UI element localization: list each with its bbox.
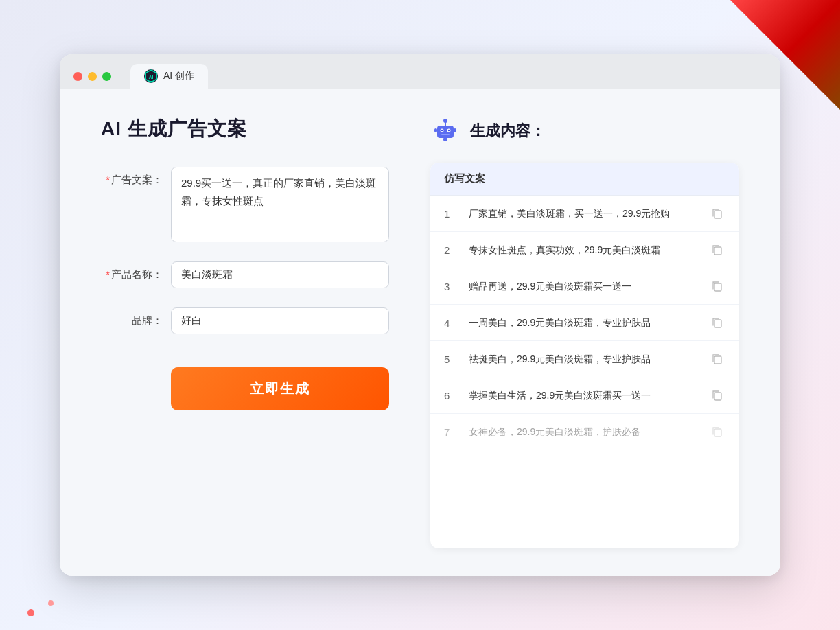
svg-point-9 xyxy=(443,119,447,123)
robot-svg xyxy=(430,116,460,146)
svg-rect-19 xyxy=(714,429,721,436)
table-row: 2 专抹女性斑点，真实功效，29.9元美白淡斑霜 xyxy=(430,232,739,268)
results-table: 仿写文案 1 厂家直销，美白淡斑霜，买一送一，29.9元抢购 2 专抹女性斑点，… xyxy=(430,163,739,548)
copy-icon[interactable] xyxy=(709,423,725,440)
row-text: 女神必备，29.9元美白淡斑霜，护肤必备 xyxy=(469,425,698,439)
svg-rect-2 xyxy=(437,126,454,138)
row-text: 一周美白，29.9元美白淡斑霜，专业护肤品 xyxy=(469,316,698,330)
right-title: 生成内容： xyxy=(470,121,546,141)
row-number: 6 xyxy=(444,390,458,401)
svg-rect-15 xyxy=(714,283,721,291)
page-title: AI 生成广告文案 xyxy=(101,116,389,142)
tab-ai-creation[interactable]: AI AI 创作 xyxy=(130,64,208,89)
copy-icon[interactable] xyxy=(709,242,725,258)
copy-icon[interactable] xyxy=(709,387,725,404)
row-number: 1 xyxy=(444,208,458,220)
right-header: 生成内容： xyxy=(430,116,739,146)
tab-bar: AI AI 创作 xyxy=(130,64,208,89)
table-row: 6 掌握美白生活，29.9元美白淡斑霜买一送一 xyxy=(430,377,739,414)
generate-button[interactable]: 立即生成 xyxy=(171,367,389,410)
svg-rect-10 xyxy=(434,128,437,132)
row-number: 5 xyxy=(444,353,458,365)
required-star-2: * xyxy=(106,268,110,280)
left-panel: AI 生成广告文案 *广告文案： 29.9买一送一，真正的厂家直销，美白淡斑霜，… xyxy=(101,116,389,548)
content-area: AI 生成广告文案 *广告文案： 29.9买一送一，真正的厂家直销，美白淡斑霜，… xyxy=(60,89,780,576)
copy-icon[interactable] xyxy=(709,278,725,294)
tab-icon: AI xyxy=(144,69,158,83)
svg-rect-11 xyxy=(454,128,456,132)
row-number: 2 xyxy=(444,244,458,256)
product-name-input[interactable] xyxy=(171,261,389,288)
copy-icon[interactable] xyxy=(709,205,725,222)
row-number: 4 xyxy=(444,317,458,329)
browser-window: AI AI 创作 AI 生成广告文案 *广告文案： 29.9买一送一，真正的厂家… xyxy=(60,54,780,576)
robot-icon xyxy=(430,116,460,146)
table-row: 4 一周美白，29.9元美白淡斑霜，专业护肤品 xyxy=(430,305,739,341)
dot-decoration-1 xyxy=(27,609,34,616)
ad-copy-input[interactable]: 29.9买一送一，真正的厂家直销，美白淡斑霜，专抹女性斑点 xyxy=(171,167,389,242)
svg-rect-7 xyxy=(441,134,450,135)
required-star-1: * xyxy=(106,174,110,185)
copy-icon[interactable] xyxy=(709,314,725,331)
table-row: 7 女神必备，29.9元美白淡斑霜，护肤必备 xyxy=(430,414,739,450)
table-row: 3 赠品再送，29.9元美白淡斑霜买一送一 xyxy=(430,268,739,305)
row-text: 祛斑美白，29.9元美白淡斑霜，专业护肤品 xyxy=(469,352,698,366)
traffic-lights xyxy=(73,72,111,81)
brand-input[interactable] xyxy=(171,307,389,334)
dot-decoration-2 xyxy=(48,600,54,606)
close-button[interactable] xyxy=(73,72,82,81)
table-header: 仿写文案 xyxy=(430,163,739,196)
brand-group: 品牌： xyxy=(101,307,389,334)
product-name-group: *产品名称： xyxy=(101,261,389,288)
svg-point-5 xyxy=(441,130,443,131)
svg-text:AI: AI xyxy=(149,75,154,80)
row-text: 掌握美白生活，29.9元美白淡斑霜买一送一 xyxy=(469,388,698,403)
svg-rect-12 xyxy=(443,138,447,141)
row-number: 3 xyxy=(444,281,458,292)
row-text: 专抹女性斑点，真实功效，29.9元美白淡斑霜 xyxy=(469,243,698,257)
svg-rect-18 xyxy=(714,393,721,400)
ad-copy-label: *广告文案： xyxy=(101,167,163,187)
svg-marker-0 xyxy=(145,70,156,82)
ai-logo-icon: AI xyxy=(144,69,158,83)
results-rows: 1 厂家直销，美白淡斑霜，买一送一，29.9元抢购 2 专抹女性斑点，真实功效，… xyxy=(430,196,739,450)
maximize-button[interactable] xyxy=(102,72,111,81)
table-row: 5 祛斑美白，29.9元美白淡斑霜，专业护肤品 xyxy=(430,341,739,377)
ad-copy-group: *广告文案： 29.9买一送一，真正的厂家直销，美白淡斑霜，专抹女性斑点 xyxy=(101,167,389,242)
brand-label: 品牌： xyxy=(101,307,163,327)
svg-rect-17 xyxy=(714,356,721,364)
svg-point-6 xyxy=(448,130,450,131)
browser-chrome: AI AI 创作 xyxy=(60,54,780,89)
row-text: 厂家直销，美白淡斑霜，买一送一，29.9元抢购 xyxy=(469,207,698,221)
svg-rect-13 xyxy=(714,211,721,218)
row-text: 赠品再送，29.9元美白淡斑霜买一送一 xyxy=(469,279,698,294)
svg-rect-16 xyxy=(714,320,721,327)
tab-label: AI 创作 xyxy=(163,70,194,82)
copy-icon[interactable] xyxy=(709,351,725,367)
minimize-button[interactable] xyxy=(88,72,97,81)
svg-rect-14 xyxy=(714,247,721,255)
product-name-label: *产品名称： xyxy=(101,261,163,281)
right-panel: 生成内容： 仿写文案 1 厂家直销，美白淡斑霜，买一送一，29.9元抢购 2 专… xyxy=(430,116,739,548)
table-row: 1 厂家直销，美白淡斑霜，买一送一，29.9元抢购 xyxy=(430,196,739,232)
row-number: 7 xyxy=(444,426,458,438)
